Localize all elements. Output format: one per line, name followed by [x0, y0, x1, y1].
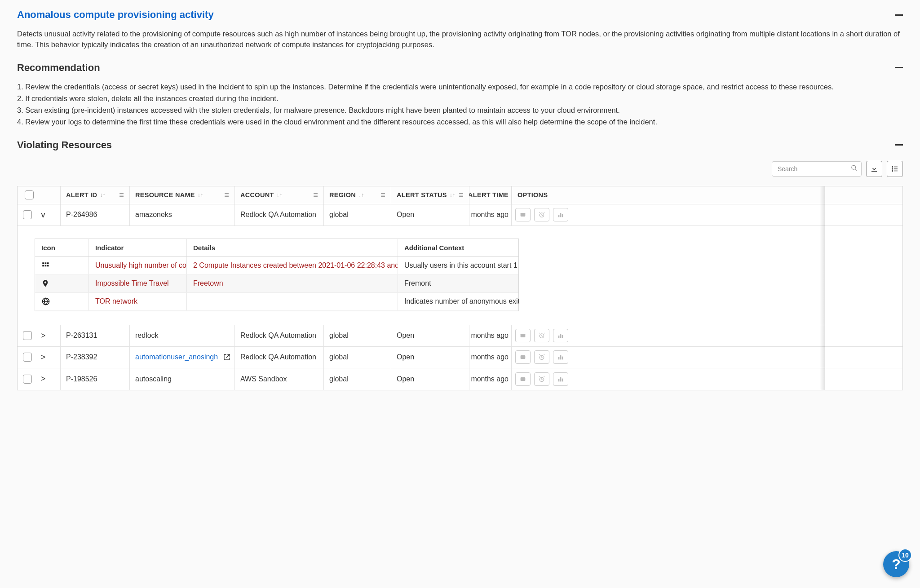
recommendation-item: 4. Review your logs to determine the fir…	[17, 117, 903, 128]
recommendation-item: 1. Review the credentials (access or sec…	[17, 82, 903, 93]
svg-rect-14	[45, 262, 47, 264]
cell-time: 3 months ago	[469, 325, 512, 346]
svg-rect-32	[558, 379, 560, 381]
row-checkbox[interactable]	[23, 375, 32, 384]
column-menu-icon[interactable]: ≡	[380, 190, 385, 200]
sub-context: Usually users in this account start 1 Co	[398, 257, 519, 274]
collapse-icon[interactable]	[895, 67, 903, 68]
svg-rect-29	[562, 357, 563, 360]
row-checkbox[interactable]	[23, 331, 32, 340]
sub-table-wrap: Icon Indicator Details Additional Contex…	[18, 226, 902, 325]
svg-rect-22	[558, 336, 560, 338]
svg-rect-27	[558, 357, 560, 359]
cell-time: 3 months ago	[469, 347, 512, 368]
col-account[interactable]: ACCOUNT	[240, 191, 274, 199]
action-view-icon[interactable]	[515, 350, 531, 364]
svg-rect-24	[562, 335, 563, 338]
svg-rect-11	[560, 213, 562, 217]
expand-toggle[interactable]: >	[39, 331, 47, 340]
action-view-icon[interactable]	[515, 372, 531, 386]
search-input[interactable]	[772, 161, 862, 177]
download-button[interactable]	[866, 161, 882, 177]
col-options: OPTIONS	[518, 191, 548, 199]
column-menu-icon[interactable]: ≡	[119, 190, 124, 200]
sub-indicator: Unusually high number of com…	[89, 257, 187, 274]
action-snooze-icon[interactable]	[534, 350, 549, 364]
action-chart-icon[interactable]	[553, 208, 568, 221]
table-row: > P-198526 autoscaling AWS Sandbox globa…	[18, 368, 902, 390]
col-region[interactable]: REGION	[329, 191, 356, 199]
cell-status: Open	[391, 325, 469, 346]
col-status[interactable]: ALERT STATUS	[397, 191, 447, 199]
cell-time: 4 months ago	[469, 368, 512, 390]
svg-rect-28	[560, 355, 562, 359]
collapse-icon[interactable]	[895, 144, 903, 146]
svg-point-4	[892, 168, 893, 169]
recommendation-item: 3. Scan existing (pre-incident) instance…	[17, 105, 903, 116]
sub-details: 2 Compute Instances created between 2021…	[187, 257, 398, 274]
col-resource[interactable]: RESOURCE NAME	[135, 191, 195, 199]
recommendation-title: Recommendation	[17, 62, 100, 74]
sub-row: Unusually high number of com… 2 Compute …	[35, 257, 518, 275]
action-chart-icon[interactable]	[553, 329, 568, 342]
sub-col-details: Details	[187, 239, 398, 256]
svg-rect-30	[521, 377, 526, 381]
select-all-checkbox[interactable]	[25, 190, 34, 199]
collapse-icon[interactable]	[895, 14, 903, 16]
sort-icon[interactable]: ↓↑	[198, 192, 203, 198]
svg-point-2	[892, 166, 893, 167]
svg-rect-8	[521, 213, 526, 217]
cell-alert-id: P-238392	[61, 347, 130, 368]
svg-point-6	[892, 170, 893, 171]
row-checkbox[interactable]	[23, 210, 32, 219]
sort-icon[interactable]: ↓↑	[100, 192, 106, 198]
col-time[interactable]: ALERT TIME	[469, 191, 509, 199]
table-row: > P-238392 automationuser_anosingh Redlo…	[18, 347, 902, 368]
cell-status: Open	[391, 368, 469, 390]
sort-icon[interactable]: ↓↑	[358, 192, 364, 198]
expand-toggle[interactable]: v	[39, 210, 47, 220]
external-link-icon[interactable]	[223, 354, 230, 361]
action-snooze-icon[interactable]	[534, 372, 549, 386]
cell-account: Redlock QA Automation	[235, 325, 324, 346]
sort-icon[interactable]: ↓↑	[277, 192, 283, 198]
col-alert-id[interactable]: ALERT ID	[66, 191, 97, 199]
expand-toggle[interactable]: >	[39, 353, 47, 362]
column-menu-icon[interactable]: ≡	[224, 190, 229, 200]
cell-time: 3 months ago	[469, 204, 512, 225]
cell-resource: amazoneks	[130, 204, 235, 225]
sub-details	[187, 293, 398, 310]
cell-alert-id: P-264986	[61, 204, 130, 225]
cell-region: global	[324, 204, 391, 225]
action-snooze-icon[interactable]	[534, 329, 549, 342]
grid-icon	[41, 261, 49, 270]
cell-resource: redlock	[130, 325, 235, 346]
cell-status: Open	[391, 347, 469, 368]
cell-alert-id: P-198526	[61, 368, 130, 390]
action-chart-icon[interactable]	[553, 350, 568, 364]
svg-rect-10	[558, 215, 560, 217]
svg-rect-25	[521, 355, 526, 359]
cell-region: global	[324, 325, 391, 346]
column-menu-icon[interactable]: ≡	[459, 190, 464, 200]
row-checkbox[interactable]	[23, 353, 32, 362]
cell-account: AWS Sandbox	[235, 368, 324, 390]
columns-button[interactable]	[887, 161, 903, 177]
sort-icon[interactable]: ↓↑	[450, 192, 456, 198]
svg-rect-17	[45, 265, 47, 267]
svg-rect-13	[42, 262, 44, 264]
action-view-icon[interactable]	[515, 329, 531, 342]
policy-title[interactable]: Anomalous compute provisioning activity	[17, 9, 214, 21]
expand-toggle[interactable]: >	[39, 374, 47, 384]
cell-resource-link[interactable]: automationuser_anosingh	[135, 353, 218, 361]
svg-rect-20	[521, 334, 526, 337]
action-view-icon[interactable]	[515, 208, 531, 221]
action-snooze-icon[interactable]	[534, 208, 549, 221]
column-menu-icon[interactable]: ≡	[313, 190, 318, 200]
globe-icon	[41, 297, 50, 306]
recommendation-item: 2. If credentials were stolen, delete al…	[17, 93, 903, 104]
sub-indicator: TOR network	[89, 293, 187, 310]
violating-title: Violating Resources	[17, 139, 112, 151]
action-chart-icon[interactable]	[553, 372, 568, 386]
cell-account: Redlock QA Automation	[235, 204, 324, 225]
